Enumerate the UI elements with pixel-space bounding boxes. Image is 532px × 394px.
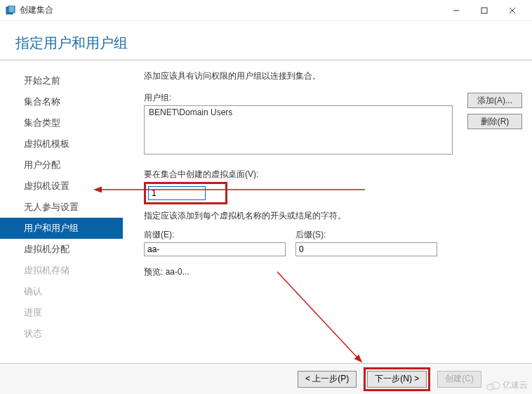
sidebar-item-start[interactable]: 开始之前: [0, 70, 123, 91]
description-text: 添加应该具有访问权限的用户组以连接到集合。: [144, 70, 522, 82]
sidebar-item-progress: 进度: [0, 302, 123, 323]
minimize-button[interactable]: [442, 0, 470, 21]
sidebar-item-status: 状态: [0, 323, 123, 344]
footer: < 上一步(P) 下一步(N) > 创建(C) 取消: [0, 363, 532, 394]
usergroup-item[interactable]: BENET\Domain Users: [145, 106, 452, 119]
titlebar: 创建集合: [0, 0, 532, 21]
virtual-desktop-label: 要在集合中创建的虚拟桌面(V):: [144, 169, 522, 180]
preview-text: 预览: aa-0...: [144, 266, 522, 278]
divider: [0, 60, 532, 60]
prefix-input[interactable]: [144, 242, 286, 256]
watermark: 亿速云: [486, 379, 528, 391]
affix-row: 前缀(E): 后缀(S):: [144, 229, 522, 256]
next-button[interactable]: 下一步(N) >: [367, 371, 427, 388]
window-controls: [442, 0, 526, 21]
next-button-highlight: 下一步(N) >: [364, 367, 430, 391]
sidebar-item-users-groups[interactable]: 用户和用户组: [0, 218, 123, 239]
remove-button[interactable]: 删除(R): [467, 114, 522, 129]
content-panel: 添加应该具有访问权限的用户组以连接到集合。 用户组: BENET\Domain …: [123, 66, 532, 357]
suffix-column: 后缀(S):: [295, 229, 437, 256]
svg-point-9: [491, 382, 500, 389]
sidebar-item-template[interactable]: 虚拟机模板: [0, 133, 123, 155]
sidebar-item-unattended[interactable]: 无人参与设置: [0, 197, 123, 218]
prefix-column: 前缀(E):: [144, 229, 286, 256]
sidebar-item-vm-settings[interactable]: 虚拟机设置: [0, 176, 123, 197]
suffix-label: 后缀(S):: [295, 229, 437, 241]
suffix-input[interactable]: [295, 242, 437, 256]
sidebar-item-confirm: 确认: [0, 281, 123, 302]
previous-button[interactable]: < 上一步(P): [298, 371, 357, 388]
page-heading: 指定用户和用户组: [0, 21, 532, 60]
sidebar-item-user-assign[interactable]: 用户分配: [0, 155, 123, 176]
create-button: 创建(C): [437, 371, 481, 388]
window-title: 创建集合: [20, 4, 442, 16]
wizard-sidebar: 开始之前 集合名称 集合类型 虚拟机模板 用户分配 虚拟机设置 无人参与设置 用…: [0, 66, 123, 357]
usergroup-buttons: 添加(A)... 删除(R): [467, 93, 522, 135]
svg-rect-1: [8, 6, 15, 13]
name-hint: 指定应该添加到每个虚拟机名称的开头或结尾的字符。: [144, 210, 522, 222]
sidebar-item-vm-assign[interactable]: 虚拟机分配: [0, 239, 123, 260]
sidebar-item-type[interactable]: 集合类型: [0, 112, 123, 133]
svg-rect-3: [481, 8, 487, 13]
close-button[interactable]: [498, 0, 526, 21]
app-icon: [6, 6, 15, 15]
virtual-desktop-input[interactable]: [148, 186, 206, 200]
watermark-text: 亿速云: [503, 379, 528, 391]
maximize-button[interactable]: [470, 0, 498, 21]
usergroup-listbox[interactable]: BENET\Domain Users: [144, 105, 453, 155]
usergroup-label: 用户组:: [144, 92, 522, 104]
prefix-label: 前缀(E):: [144, 229, 286, 241]
sidebar-item-name[interactable]: 集合名称: [0, 91, 123, 112]
add-button[interactable]: 添加(A)...: [467, 93, 522, 108]
sidebar-item-vm-storage: 虚拟机存储: [0, 260, 123, 281]
main-area: 开始之前 集合名称 集合类型 虚拟机模板 用户分配 虚拟机设置 无人参与设置 用…: [0, 66, 532, 357]
virtual-desktop-highlight: [144, 182, 227, 204]
